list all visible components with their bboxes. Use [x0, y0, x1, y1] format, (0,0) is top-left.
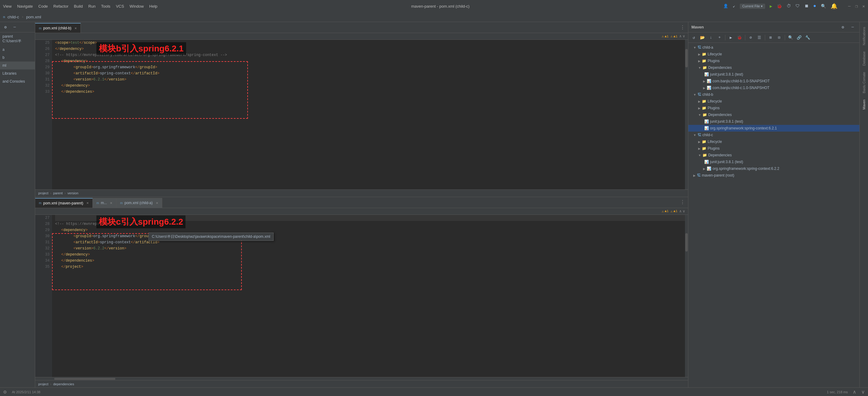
tab-close-icon-4[interactable]: ✕ [156, 201, 158, 205]
maven-download-icon[interactable]: ↓ [707, 34, 715, 41]
tree-spring-621[interactable]: 📊 org.springframework:spring-context:6.2… [688, 125, 860, 131]
maven-collapse-icon[interactable]: ⊟ [776, 34, 783, 41]
tree-junit-a[interactable]: 📊 junit:junit:3.8.1 (test) [688, 71, 860, 78]
menu-window[interactable]: Window [129, 4, 144, 8]
tab-child-a-pom[interactable]: m pom.xml (child-a) ✕ [116, 198, 162, 208]
menu-refactor[interactable]: Refactor [53, 4, 68, 8]
sidebar-item-consoles[interactable]: and Consoles [0, 78, 35, 85]
maven-add-icon[interactable]: + [716, 34, 723, 41]
status-nav-down[interactable]: ∨ [861, 389, 865, 395]
menu-run[interactable]: Run [88, 4, 95, 8]
toggle-lifecycle-b[interactable]: ▶ [698, 100, 701, 103]
run-button[interactable]: ▶ [770, 4, 772, 9]
bottom-code-area[interactable]: <!-- https://mvnrepository.com/artifact/… [52, 215, 685, 377]
coverage-button[interactable]: 🛡 [796, 4, 800, 8]
toggle-lifecycle-a[interactable]: ▶ [698, 53, 701, 56]
nav-down-icon-2[interactable]: ∨ [683, 209, 685, 214]
tab-middle[interactable]: m m... ✕ [93, 198, 116, 208]
menu-build[interactable]: Build [74, 4, 83, 8]
tab-close-icon-3[interactable]: ✕ [110, 201, 112, 205]
toggle-deps-a[interactable]: ▼ [698, 66, 701, 69]
tree-child-b-plugins[interactable]: ▶ 📁 Plugins [688, 105, 860, 112]
tab-child-b-pom[interactable]: m pom.xml (child-b) ✕ [35, 23, 81, 33]
search-everywhere-icon[interactable]: 🔍 [821, 4, 826, 9]
toggle-child-c[interactable]: ▼ [693, 133, 696, 137]
vertical-tab-database[interactable]: Database [861, 49, 867, 68]
debug-button[interactable]: 🐞 [777, 4, 782, 9]
toggle-plugins-c[interactable]: ▶ [698, 147, 701, 150]
vertical-tab-baidu[interactable]: Baidu Comate [861, 69, 867, 96]
run-config-selector[interactable]: Current File ▾ [740, 4, 765, 9]
tree-child-a[interactable]: ▼ 🏗 child-a [688, 44, 860, 51]
status-toolbar-btn[interactable]: ⚙ [3, 390, 7, 394]
tree-child-b-lifecycle[interactable]: ▶ 📁 Lifecycle [688, 98, 860, 105]
maven-hide-icon[interactable]: — [849, 24, 856, 31]
menu-bar[interactable]: View Navigate Code Refactor Build Run To… [3, 4, 157, 8]
tree-child-c-lifecycle[interactable]: ▶ 📁 Lifecycle [688, 138, 860, 145]
baidu-icon[interactable]: ● [813, 3, 816, 9]
profile-button[interactable]: ⏱ [786, 4, 791, 8]
menu-view[interactable]: View [3, 4, 12, 8]
tab-more-button[interactable]: ⋮ [677, 25, 688, 31]
sidebar-item-parent[interactable]: parent C:\Users\半 [0, 32, 35, 45]
close-button[interactable]: ✕ [863, 4, 865, 9]
menu-tools[interactable]: Tools [101, 4, 110, 8]
maven-settings-icon[interactable]: ⚙ [839, 24, 846, 31]
bottom-editor-scrollbar[interactable] [685, 215, 688, 377]
tree-junit-c[interactable]: 📊 junit:junit:3.8.1 (test) [688, 158, 860, 165]
tab-close-icon-2[interactable]: ✕ [86, 201, 89, 205]
sidebar-item-ml[interactable]: ml [0, 62, 35, 69]
tree-junit-b[interactable]: 📊 junit:junit:3.8.1 (test) [688, 118, 860, 125]
tree-maven-parent[interactable]: ▶ 🏗 maven-parent (root) [688, 172, 860, 179]
maven-search-icon[interactable]: 🔍 [787, 34, 794, 41]
maximize-button[interactable]: ❐ [855, 4, 858, 9]
tree-child-c-dep[interactable]: ▶ 📊 com.banjiu:child-c:1.0-SNAPSHOT [688, 85, 860, 91]
maven-expand-icon[interactable]: ⊞ [767, 34, 774, 41]
tree-child-b-deps[interactable]: ▼ 📁 Dependencies [688, 112, 860, 118]
horizontal-scrollbar-thumb[interactable] [54, 378, 115, 380]
toolbar-vcs-icon[interactable]: ↙ [733, 4, 735, 8]
tree-child-a-lifecycle[interactable]: ▶ 📁 Lifecycle [688, 51, 860, 58]
sidebar-item-libraries[interactable]: Libraries [0, 69, 35, 78]
bottom-scrollbar-thumb[interactable] [685, 233, 688, 251]
tree-child-b[interactable]: ▼ 🏗 child-b [688, 91, 860, 98]
window-controls[interactable]: 👤 ↙ Current File ▾ ▶ 🐞 ⏱ 🛡 ⏹ ● 🔍 🔔 — ❐ ✕ [723, 3, 865, 9]
toggle-lifecycle-c[interactable]: ▶ [698, 140, 701, 144]
toggle-deps-b[interactable]: ▼ [698, 113, 701, 117]
breadcrumb-version[interactable]: version [68, 191, 79, 195]
notifications-icon[interactable]: 🔔 [831, 3, 837, 9]
breadcrumb-project-2[interactable]: project [38, 382, 49, 386]
tree-child-b-dep[interactable]: ▶ 📊 com.banjiu:child-b:1.0-SNAPSHOT [688, 78, 860, 85]
maven-open-settings-icon[interactable]: 📂 [699, 34, 706, 41]
nav-arrows-bottom[interactable]: ∧ ∨ [679, 209, 685, 214]
toggle-child-a[interactable]: ▼ [693, 46, 696, 49]
tab-close-icon[interactable]: ✕ [74, 27, 77, 30]
toggle-maven-parent[interactable]: ▶ [693, 174, 696, 177]
breadcrumb-parent[interactable]: parent [53, 191, 63, 195]
maven-debug-icon[interactable]: 🐞 [736, 34, 743, 41]
sidebar-collapse-icon[interactable]: — [11, 24, 18, 31]
breadcrumb-deps[interactable]: dependencies [53, 382, 74, 386]
top-scrollbar-thumb[interactable] [685, 49, 688, 67]
menu-help[interactable]: Help [149, 4, 158, 8]
status-nav-up[interactable]: ∧ [853, 389, 856, 395]
toggle-child-b-dep[interactable]: ▶ [703, 80, 706, 83]
toggle-child-b[interactable]: ▼ [693, 93, 696, 96]
maven-wrench-icon[interactable]: 🔧 [804, 34, 811, 41]
tab-more-button-2[interactable]: ⋮ [677, 199, 688, 205]
sidebar-settings-icon[interactable]: ⚙ [2, 24, 9, 31]
toggle-deps-c[interactable]: ▼ [698, 154, 701, 157]
menu-vcs[interactable]: VCS [116, 4, 124, 8]
toggle-child-c-dep[interactable]: ▶ [703, 86, 706, 90]
nav-down-icon[interactable]: ∨ [683, 34, 685, 38]
sidebar-item-a[interactable]: a [0, 45, 35, 54]
tree-child-a-deps[interactable]: ▼ 📁 Dependencies [688, 64, 860, 71]
tree-child-c-plugins[interactable]: ▶ 📁 Plugins [688, 145, 860, 152]
vertical-tab-maven[interactable]: Maven [861, 97, 867, 112]
maven-skip-icon[interactable]: ⊘ [747, 34, 754, 41]
maven-menu-icon[interactable]: ☰ [756, 34, 763, 41]
tree-child-c[interactable]: ▼ 🏗 child-c [688, 131, 860, 138]
top-code-area[interactable]: <scope>test</scope> </dependency> <!-- h… [52, 40, 685, 189]
tab-maven-parent-pom[interactable]: m pom.xml (maven-parent) ✕ [35, 198, 93, 208]
toggle-plugins-a[interactable]: ▶ [698, 59, 701, 63]
